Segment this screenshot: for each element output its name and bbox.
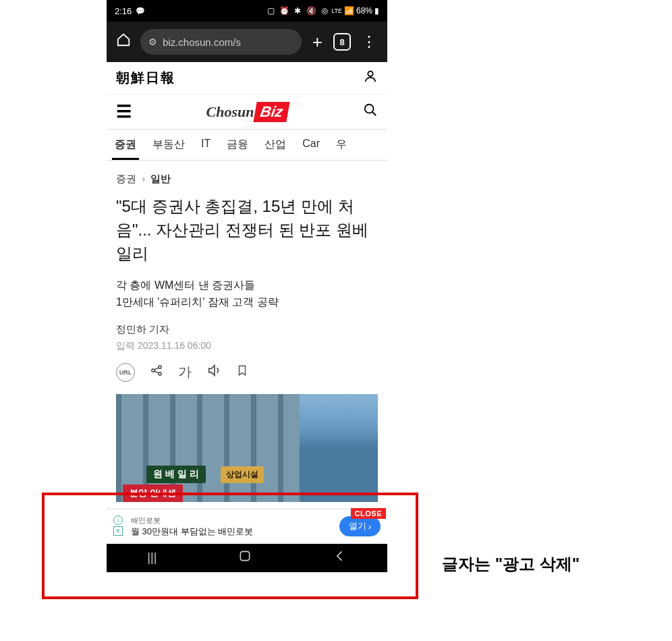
tab-it[interactable]: IT xyxy=(193,130,219,160)
status-left: 2:16 💬 xyxy=(115,6,145,16)
ad-info-icon[interactable]: i xyxy=(113,515,123,525)
chevron-right-icon: › xyxy=(142,173,145,184)
article-toolbar: URL 가 xyxy=(116,363,378,382)
home-nav-button[interactable] xyxy=(238,549,252,566)
annotation-text: 글자는 "광고 삭제" xyxy=(442,553,580,575)
status-right: ▢ ⏰ ✱ 🔇 ◎ LTE 📶 68% ▮ xyxy=(267,6,379,16)
home-button[interactable] xyxy=(112,28,135,55)
browser-bar: ⚙ biz.chosun.com/s + 8 ⋮ xyxy=(107,22,387,62)
site-header: 朝鮮日報 xyxy=(107,62,387,94)
ad-open-label: 열기 xyxy=(349,520,366,532)
system-nav-bar: ||| xyxy=(107,544,387,572)
building-sign-1b: 상업시설 xyxy=(221,466,264,483)
ad-title: 배민로봇 xyxy=(131,515,333,526)
svg-point-1 xyxy=(365,104,374,113)
ad-banner: i ✕ 배민로봇 월 30만원대 부담없는 배민로봇 열기 › CLOSE xyxy=(107,509,387,544)
site-settings-icon: ⚙ xyxy=(148,36,157,47)
network-label: LTE xyxy=(331,7,342,14)
building-sign-1: 원 베 일 리 xyxy=(146,466,206,483)
search-icon[interactable] xyxy=(363,103,378,121)
site-logo[interactable]: Chosun Biz xyxy=(206,102,289,122)
ad-dismiss-icon[interactable]: ✕ xyxy=(113,526,123,536)
svg-line-7 xyxy=(155,371,159,373)
tab-more[interactable]: 우 xyxy=(328,130,355,160)
tab-switcher-button[interactable]: 8 xyxy=(333,33,351,51)
breadcrumb-parent[interactable]: 증권 xyxy=(116,173,136,184)
battery-label: 68% xyxy=(356,6,372,16)
subhead-line2: 1만세대 '슈퍼리치' 잠재 고객 공략 xyxy=(116,294,378,311)
svg-point-0 xyxy=(368,71,372,76)
category-tabs: 증권 부동산 IT 금융 산업 Car 우 xyxy=(107,130,387,161)
article-subhead: 각 층에 WM센터 낸 증권사들 1만세대 '슈퍼리치' 잠재 고객 공략 xyxy=(116,277,378,311)
svg-line-2 xyxy=(372,111,376,115)
article-timestamp: 입력 2023.11.16 06:00 xyxy=(116,340,378,352)
tab-realestate[interactable]: 부동산 xyxy=(144,130,193,160)
svg-line-6 xyxy=(155,368,159,370)
new-tab-button[interactable]: + xyxy=(307,32,328,53)
article-byline[interactable]: 정민하 기자 xyxy=(116,323,378,336)
breadcrumb: 증권 › 일반 xyxy=(116,173,378,186)
ad-close-button[interactable]: CLOSE xyxy=(351,508,386,519)
font-size-button[interactable]: 가 xyxy=(178,363,192,381)
ad-info-buttons: i ✕ xyxy=(113,515,124,537)
ad-description: 월 30만원대 부담없는 배민로봇 xyxy=(131,526,333,538)
logo-chosun: Chosun xyxy=(206,103,254,121)
message-icon: 💬 xyxy=(136,7,145,16)
svg-rect-8 xyxy=(240,552,249,561)
hamburger-menu-icon[interactable]: ☰ xyxy=(116,101,132,122)
tab-finance[interactable]: 금융 xyxy=(219,130,256,160)
copy-url-button[interactable]: URL xyxy=(116,363,135,382)
status-icons: ▢ ⏰ ✱ 🔇 ◎ xyxy=(267,6,329,16)
article-image: 원 베 일 리 상업시설 분양 안내센 xyxy=(116,394,378,502)
chevron-right-icon: › xyxy=(368,522,371,532)
status-bar: 2:16 💬 ▢ ⏰ ✱ 🔇 ◎ LTE 📶 68% ▮ xyxy=(107,0,387,22)
battery-icon: ▮ xyxy=(374,6,379,16)
status-time: 2:16 xyxy=(115,6,132,16)
article: 증권 › 일반 "5대 증권사 총집결, 15년 만에 처음"... 자산관리 … xyxy=(107,161,387,509)
share-icon[interactable] xyxy=(150,364,163,381)
tab-stocks[interactable]: 증권 xyxy=(107,130,144,160)
recent-apps-button[interactable]: ||| xyxy=(147,551,157,565)
url-bar[interactable]: ⚙ biz.chosun.com/s xyxy=(140,29,302,55)
signal-icon: 📶 xyxy=(344,6,354,16)
profile-icon[interactable] xyxy=(363,69,378,88)
tab-industry[interactable]: 산업 xyxy=(256,130,294,160)
bookmark-icon[interactable] xyxy=(236,364,248,381)
article-headline: "5대 증권사 총집결, 15년 만에 처음"... 자산관리 전쟁터 된 반포… xyxy=(116,195,378,265)
logo-biz: Biz xyxy=(254,102,290,122)
back-nav-button[interactable] xyxy=(333,549,347,566)
url-text: biz.chosun.com/s xyxy=(163,36,241,48)
audio-icon[interactable] xyxy=(206,363,221,381)
newspaper-logo[interactable]: 朝鮮日報 xyxy=(116,69,175,87)
breadcrumb-current[interactable]: 일반 xyxy=(150,173,171,184)
more-menu-button[interactable]: ⋮ xyxy=(356,33,382,51)
building-sign-2: 분양 안내센 xyxy=(123,484,183,502)
phone-frame: 2:16 💬 ▢ ⏰ ✱ 🔇 ◎ LTE 📶 68% ▮ ⚙ biz.chosu… xyxy=(107,0,387,572)
subhead-line1: 각 층에 WM센터 낸 증권사들 xyxy=(116,277,378,294)
site-nav: ☰ Chosun Biz xyxy=(107,94,387,130)
ad-text[interactable]: 배민로봇 월 30만원대 부담없는 배민로봇 xyxy=(131,515,333,538)
tab-car[interactable]: Car xyxy=(294,130,328,160)
ad-open-button[interactable]: 열기 › xyxy=(339,516,381,536)
